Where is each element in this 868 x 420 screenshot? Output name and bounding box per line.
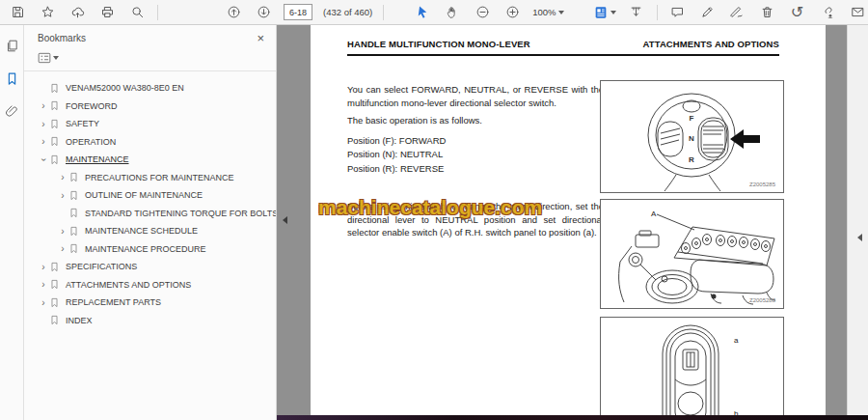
chevron-icon[interactable]: ›: [38, 297, 49, 308]
comment-button[interactable]: [668, 3, 688, 22]
chevron-icon[interactable]: ›: [57, 243, 68, 254]
print-icon: [100, 5, 115, 19]
page-number-input[interactable]: [284, 4, 312, 20]
previous-page-button[interactable]: [224, 3, 243, 22]
figure-label-a: a: [734, 336, 739, 345]
tools-pane-collapsed: [847, 25, 868, 420]
bookmark-item-label: INDEX: [66, 316, 93, 325]
chevron-icon[interactable]: ›: [57, 226, 68, 237]
bookmark-item[interactable]: ›REPLACEMENT PARTS: [24, 294, 276, 312]
bookmark-options-button[interactable]: [38, 52, 59, 64]
bookmark-item-label: VENAM52000 WA380-8E0 EN: [66, 83, 184, 93]
bookmark-item[interactable]: ›MAINTENANCE: [24, 151, 276, 169]
scroll-mode-icon: [629, 5, 643, 19]
bookmark-icon: [49, 154, 60, 166]
chevron-icon[interactable]: ›: [38, 136, 49, 147]
scroll-mode-button[interactable]: [627, 3, 646, 22]
hand-tool-icon: [446, 5, 460, 19]
bookmark-icon: [49, 278, 60, 291]
bookmark-item[interactable]: STANDARD TIGHTENING TORQUE FOR BOLTS AND…: [24, 205, 276, 223]
bookmark-item-label: STANDARD TIGHTENING TORQUE FOR BOLTS AND…: [85, 209, 277, 218]
watermark-text: machinecatalogue.com: [318, 196, 542, 219]
bookmark-icon: [49, 261, 60, 273]
bookmark-item[interactable]: ›OPERATION: [24, 133, 276, 152]
hand-tool-button[interactable]: [443, 3, 462, 22]
document-area: HANDLE MULTIFUNCTION MONO-LEVER ATTACHME…: [277, 25, 868, 420]
collapse-sidebar-handle[interactable]: [279, 216, 287, 224]
chevron-down-icon: [558, 11, 564, 17]
star-button[interactable]: [38, 3, 57, 22]
page-thumbnails-button[interactable]: [5, 39, 19, 57]
chevron-icon[interactable]: ›: [38, 279, 49, 290]
bookmark-item-label: SPECIFICATIONS: [66, 262, 137, 271]
comment-icon: [670, 5, 685, 19]
close-panel-button[interactable]: ×: [257, 34, 264, 43]
bookmark-item[interactable]: ›SPECIFICATIONS: [24, 258, 276, 276]
figure-rocker-switch: a b Z2005290: [600, 317, 784, 420]
next-page-button[interactable]: [254, 3, 273, 22]
email-button[interactable]: [849, 3, 868, 22]
toolbar-divider: [657, 5, 658, 20]
figure-id: Z2005285: [749, 182, 776, 187]
bookmark-item-label: PRECAUTIONS FOR MAINTENANCE: [85, 173, 234, 182]
trash-icon: [760, 5, 774, 19]
share-link-button[interactable]: [818, 3, 837, 22]
chevron-icon[interactable]: ›: [38, 100, 49, 111]
chevron-down-icon: [53, 56, 59, 63]
bottom-watermark-bar: [277, 415, 868, 420]
bookmark-item[interactable]: VENAM52000 WA380-8E0 EN: [24, 79, 276, 98]
toolbar: (432 of 460) 100%: [0, 0, 868, 25]
page-header-right: ATTACHMENTS AND OPTIONS: [643, 39, 779, 49]
print-button[interactable]: [97, 3, 117, 22]
save-button[interactable]: [8, 3, 27, 22]
chevron-icon[interactable]: ›: [57, 172, 68, 182]
select-tool-button[interactable]: [413, 3, 432, 22]
cloud-upload-button[interactable]: [68, 3, 87, 22]
cloud-upload-icon: [70, 5, 85, 19]
chevron-icon[interactable]: ›: [38, 119, 49, 129]
bookmark-icon: [68, 171, 79, 183]
chevron-icon[interactable]: ›: [38, 262, 49, 272]
bookmark-icon: [49, 82, 60, 95]
bookmark-item[interactable]: ›FOREWORD: [24, 98, 276, 116]
page-header: HANDLE MULTIFUNCTION MONO-LEVER ATTACHME…: [347, 39, 779, 56]
chevron-icon[interactable]: ›: [39, 154, 49, 165]
fill-sign-icon: [730, 5, 745, 19]
page-count-label: (432 of 460): [323, 7, 372, 17]
highlight-button[interactable]: [698, 3, 718, 22]
position-line: Position (F): FORWARD: [347, 134, 604, 148]
figure-switch-panel: A Z2005288: [600, 199, 784, 309]
bookmark-item[interactable]: ›MAINTENANCE PROCEDURE: [24, 240, 276, 259]
expand-tools-handle[interactable]: [854, 234, 862, 241]
star-icon: [41, 5, 55, 19]
page-display-button[interactable]: [593, 5, 616, 20]
zoom-in-button[interactable]: [502, 3, 522, 22]
bookmark-item[interactable]: ›PRECAUTIONS FOR MAINTENANCE: [24, 169, 276, 187]
attachments-icon: [5, 104, 19, 119]
toolbar-divider: [383, 5, 384, 20]
zoom-out-button[interactable]: [473, 3, 492, 22]
chevron-icon[interactable]: ›: [57, 190, 68, 201]
search-button[interactable]: [127, 3, 147, 22]
delete-button[interactable]: [758, 3, 777, 22]
bookmark-item[interactable]: ›MAINTENANCE SCHEDULE: [24, 222, 276, 240]
page-up-icon: [227, 5, 241, 19]
bookmark-item[interactable]: ›OUTLINE OF MAINTENANCE: [24, 186, 276, 205]
body-text-column: You can select FORWARD, NEUTRAL, or REVE…: [347, 83, 604, 176]
search-icon: [130, 5, 145, 19]
fill-sign-button[interactable]: [728, 3, 747, 22]
share-link-icon: [820, 5, 834, 19]
bookmark-item[interactable]: ›SAFETY: [24, 115, 276, 133]
bookmark-tree: VENAM52000 WA380-8E0 EN›FOREWORD›SAFETY›…: [24, 71, 276, 329]
attachments-panel-button[interactable]: [5, 104, 19, 123]
bookmark-item[interactable]: INDEX: [24, 312, 276, 330]
bookmark-item-label: ATTACHMENTS AND OPTIONS: [66, 280, 191, 290]
zoom-level-dropdown[interactable]: 100%: [532, 7, 563, 17]
bookmark-item-label: OPERATION: [66, 137, 116, 147]
bookmark-item-label: REPLACEMENT PARTS: [66, 297, 161, 307]
rotate-button[interactable]: ↺: [788, 3, 807, 22]
bookmarks-panel-button[interactable]: [5, 71, 19, 90]
bookmark-icon: [49, 314, 60, 326]
navigation-rail: [0, 25, 24, 420]
bookmark-item[interactable]: ›ATTACHMENTS AND OPTIONS: [24, 276, 276, 294]
